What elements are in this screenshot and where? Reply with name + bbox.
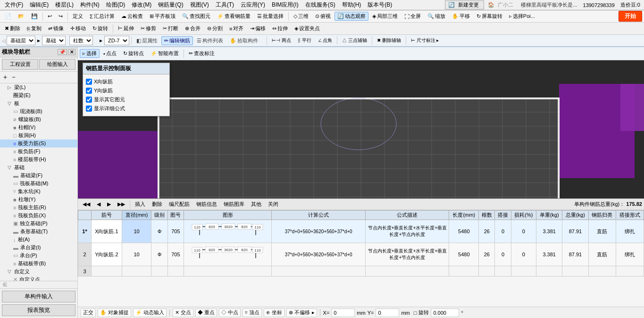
- rebar-lib-btn[interactable]: 钢筋图库: [221, 200, 247, 209]
- menu-file[interactable]: 文件(F): [2, 0, 26, 10]
- floor-select[interactable]: 基础层: [7, 36, 35, 45]
- stretch-btn[interactable]: ⇔ 拉伸: [269, 24, 291, 33]
- find-element-btn[interactable]: 🔍 查找图元: [179, 12, 213, 21]
- cell-rebar-type-1[interactable]: 直筋: [588, 220, 616, 243]
- object-snap-btn[interactable]: ✋ 对象捕捉: [98, 309, 131, 317]
- zoom-btn[interactable]: 🔍 缩放: [425, 12, 448, 21]
- move-btn[interactable]: ✛ 移动: [67, 24, 89, 33]
- sidebar-item-raft-neg[interactable]: ≡ 筏板负筋(X): [0, 212, 77, 220]
- cell-count-1[interactable]: 26: [479, 220, 495, 243]
- join-btn[interactable]: ⊕ 合并: [182, 24, 203, 33]
- del-btn[interactable]: ✖ 删除: [2, 24, 23, 33]
- cell-formula-2[interactable]: 37*d+0+560+3620+560+37*d+0: [272, 243, 366, 266]
- align-slab-btn[interactable]: ⊞ 平齐板顶: [147, 12, 178, 21]
- report-preview-btn[interactable]: 报表预览: [2, 304, 75, 316]
- top-view-btn[interactable]: ⊙ 俯视: [312, 12, 334, 21]
- other-btn[interactable]: 其他: [248, 200, 264, 209]
- cell-bar-id-3[interactable]: [92, 266, 122, 277]
- sidebar-item-beam[interactable]: ▷ 梁(L): [0, 83, 77, 91]
- trim-btn[interactable]: ✂ 修剪: [138, 24, 159, 33]
- sidebar-item-col-pier[interactable]: ■ 柱墩(Y): [0, 196, 77, 204]
- rotate-point-btn[interactable]: ↻ 旋转点: [120, 49, 147, 58]
- cell-rebar-type-3[interactable]: [588, 266, 616, 277]
- sidebar-item-col-cap[interactable]: ■ 柱帽(V): [0, 123, 77, 131]
- sidebar-pin-btn[interactable]: 📌: [58, 49, 67, 55]
- start-button[interactable]: 开始: [619, 11, 642, 22]
- cell-loss-3[interactable]: [511, 266, 536, 277]
- cell-loss-2[interactable]: 0: [511, 243, 536, 266]
- sidebar-item-foundation-group[interactable]: ▽ 基础: [0, 163, 77, 171]
- cell-grade-1[interactable]: Ф: [151, 220, 167, 243]
- copy-btn[interactable]: ⎘ 复制: [24, 24, 44, 33]
- new-change-btn[interactable]: 🔄 新建变更: [445, 0, 484, 9]
- extend-btn[interactable]: ⊢ 延伸: [115, 24, 137, 33]
- cell-rebar-type-2[interactable]: 直筋: [588, 243, 616, 266]
- table-row[interactable]: 1* X向纵筋.1 10 Ф 705: [78, 220, 644, 243]
- x-input[interactable]: 0: [331, 309, 355, 317]
- parallel-btn[interactable]: ∥ 平行: [295, 36, 314, 45]
- intersection-btn[interactable]: ✕ 交点: [173, 309, 193, 317]
- menu-help[interactable]: 帮助(H): [339, 0, 364, 10]
- checkbox-show-other[interactable]: 显示其它图元: [86, 95, 167, 104]
- break-btn[interactable]: ✂ 打断: [160, 24, 181, 33]
- nav-next-btn[interactable]: ▶: [104, 200, 114, 208]
- sidebar-item-custom-point[interactable]: ✕ 自定义点: [0, 276, 77, 281]
- y-input[interactable]: 0: [376, 309, 399, 317]
- cell-count-2[interactable]: 26: [479, 243, 495, 266]
- two-point-btn[interactable]: ⊢⊣ 两点: [269, 36, 294, 45]
- cell-formula-1[interactable]: 37*d+0+560+3620+560+37*d+0: [272, 220, 366, 243]
- checkbox-show-other-input[interactable]: [86, 97, 92, 103]
- set-grip-btn[interactable]: ◈ 设置夹点: [292, 24, 323, 33]
- zone-select[interactable]: ZD-7: [104, 36, 129, 45]
- open-btn[interactable]: 📂: [15, 12, 27, 20]
- undo-btn[interactable]: ↩: [45, 12, 55, 20]
- define-btn[interactable]: 定义: [70, 12, 86, 21]
- cell-length-1[interactable]: 5480: [449, 220, 479, 243]
- menu-version[interactable]: 版本号(B): [365, 0, 395, 10]
- menu-bim[interactable]: BIM应用(I): [269, 0, 301, 10]
- checkbox-show-detail-input[interactable]: [86, 106, 92, 112]
- cell-diameter-1[interactable]: 10: [122, 220, 151, 243]
- sidebar-item-raft-main[interactable]: ≡ 筏板主筋(R): [0, 204, 77, 212]
- scale-match-btn[interactable]: 编尺配筋: [166, 200, 192, 209]
- table-row[interactable]: 2 Y向纵筋.2 10 Ф 705: [78, 243, 644, 266]
- cell-diameter-3[interactable]: [122, 266, 151, 277]
- cell-length-2[interactable]: 5480: [449, 243, 479, 266]
- three-point-btn[interactable]: △ 三点辅轴: [339, 36, 370, 45]
- del-aux-btn[interactable]: ✖ 删除辅轴: [374, 36, 404, 45]
- float-panel-title[interactable]: 钢筋显示控制面板: [83, 63, 169, 74]
- checkbox-y-rebar[interactable]: Y向纵筋: [86, 86, 167, 95]
- fullscreen-btn[interactable]: ⛶ 全屏: [401, 12, 424, 21]
- offset-btn[interactable]: ⇥ 偏移: [247, 24, 268, 33]
- vertex-btn[interactable]: ▿ 顶点: [243, 309, 262, 317]
- menu-tools[interactable]: 工具(T): [213, 0, 237, 10]
- sidebar-item-found-band[interactable]: ≡ 基础板带(B): [0, 260, 77, 268]
- element-list-btn[interactable]: ☰ 构件列表: [194, 36, 226, 45]
- screen-rotate-btn[interactable]: ↻ 屏幕旋转: [474, 12, 505, 21]
- local-3d-btn[interactable]: ◈ 局部三维: [369, 12, 401, 21]
- cell-overlap-type-2[interactable]: 绑扎: [616, 243, 644, 266]
- checkbox-show-detail[interactable]: 显示详细公式: [86, 104, 167, 113]
- view-rebar-btn[interactable]: ⚡ 查看钢筋量: [214, 12, 253, 21]
- sidebar-item-neg-rebar[interactable]: ≡ 板负筋(F): [0, 147, 77, 155]
- smart-arrange-btn[interactable]: ⚡ 智能布置: [148, 49, 182, 58]
- sidebar-item-slab-group[interactable]: ▽ 板: [0, 99, 77, 107]
- cell-count-3[interactable]: [479, 266, 495, 277]
- midpt2-btn[interactable]: ◇ 中点: [219, 309, 241, 317]
- nav-last-btn[interactable]: ▶▶: [115, 200, 128, 208]
- mirror-btn[interactable]: ⇌ 镜像: [45, 24, 67, 33]
- sidebar-add-icon[interactable]: ＋: [2, 73, 8, 82]
- cell-loss-1[interactable]: 0: [511, 220, 536, 243]
- cell-overlap-type-3[interactable]: [616, 266, 644, 277]
- menu-edit[interactable]: 编辑(E): [27, 0, 51, 10]
- sidebar-item-pit[interactable]: ▿ 集水坑(K): [0, 188, 77, 196]
- sidebar-item-raft[interactable]: ▭ 筏板基础(M): [0, 179, 77, 188]
- rebar-table-container[interactable]: 筋号 直径(mm) 级别 图号 图形 计算公式 公式描述 长度(mm) 根数 搭…: [78, 210, 644, 307]
- menu-view[interactable]: 视图(V): [187, 0, 212, 10]
- sidebar-item-pile[interactable]: ↓ 桩(A): [0, 236, 77, 244]
- sidebar-item-found-beam[interactable]: ▬ 基础梁(F): [0, 171, 77, 179]
- rotate-input[interactable]: 0.000: [431, 309, 459, 317]
- rotate-btn[interactable]: ↻ 旋转: [90, 24, 111, 33]
- menu-cloud[interactable]: 云应用(Y): [238, 0, 268, 10]
- nav-prev-btn[interactable]: ◀: [94, 200, 103, 208]
